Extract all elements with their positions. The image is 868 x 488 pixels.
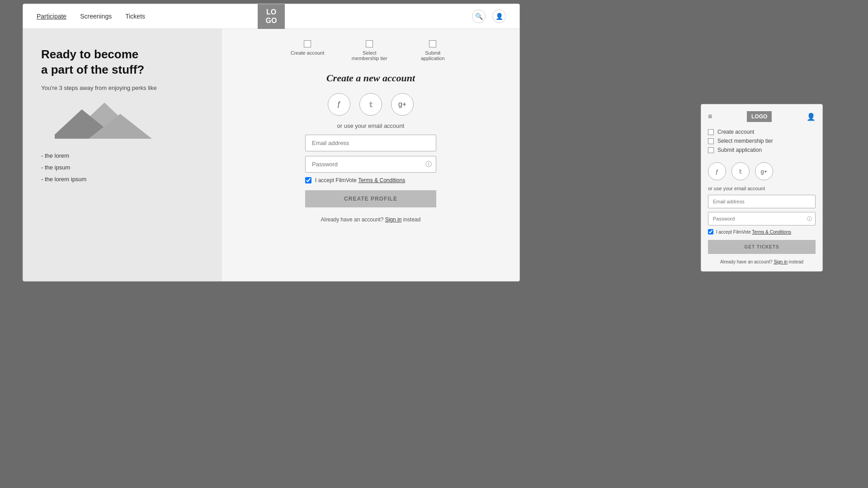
mobile-facebook-icon: ƒ xyxy=(715,168,718,175)
mobile-info-icon: ⓘ xyxy=(807,216,812,222)
nav-participate[interactable]: Participate xyxy=(37,13,66,20)
hamburger-icon[interactable]: ≡ xyxy=(708,113,712,121)
left-heading: Ready to becomea part of the stuff? xyxy=(41,47,204,78)
signin-text: Already have an account? Sign in instead xyxy=(321,216,421,223)
mobile-googleplus-button[interactable]: g+ xyxy=(755,162,773,180)
twitter-button[interactable]: 𝕥 xyxy=(359,93,382,116)
mobile-email-group xyxy=(708,195,816,208)
left-panel: Ready to becomea part of the stuff? You'… xyxy=(23,29,222,281)
terms-link[interactable]: Terms & Conditions xyxy=(358,177,405,183)
perks-list: - the lorem - the ipsum - the lorem ipsu… xyxy=(41,150,204,185)
mobile-step-2-checkbox[interactable] xyxy=(708,138,714,144)
mobile-logo: LOGO xyxy=(747,111,772,122)
twitter-icon: 𝕥 xyxy=(369,100,373,109)
mobile-googleplus-icon: g+ xyxy=(761,168,768,175)
mobile-signin-text: Already have an account? Sign in instead xyxy=(708,259,816,264)
form-heading: Create a new account xyxy=(326,72,415,84)
step-1-label: Create account xyxy=(291,50,325,56)
mobile-email-input[interactable] xyxy=(708,195,816,208)
mobile-user-icon[interactable]: 👤 xyxy=(807,113,816,121)
mobile-signin-link[interactable]: Sign in xyxy=(774,259,788,264)
mobile-terms-row: I accept FilmVote Terms & Conditions xyxy=(708,229,816,235)
password-group: ⓘ xyxy=(305,156,436,173)
mobile-step-3: Submit application xyxy=(708,147,816,153)
mobile-twitter-icon: 𝕥 xyxy=(739,168,742,175)
terms-row: I accept FilmVote Terms & Conditions xyxy=(305,177,436,183)
perk-2: - the ipsum xyxy=(41,162,204,174)
mobile-step-3-label: Submit application xyxy=(717,147,762,153)
googleplus-icon: g+ xyxy=(398,100,406,108)
facebook-button[interactable]: ƒ xyxy=(328,93,350,116)
perk-1: - the lorem xyxy=(41,150,204,162)
step-2: Select membership tier xyxy=(351,40,387,61)
mobile-terms-link[interactable]: Terms & Conditions xyxy=(752,230,791,235)
perk-3: - the lorem ipsum xyxy=(41,174,204,185)
mobile-password-group: ⓘ xyxy=(708,212,816,225)
left-subtext: You're 3 steps away from enjoying perks … xyxy=(41,84,204,91)
user-icon: 👤 xyxy=(495,13,503,20)
mobile-terms-checkbox[interactable] xyxy=(708,229,713,235)
logo: LOGO xyxy=(258,4,285,29)
content-area: Ready to becomea part of the stuff? You'… xyxy=(23,29,519,281)
or-text: or use your email account xyxy=(337,122,405,129)
social-buttons: ƒ 𝕥 g+ xyxy=(328,93,414,116)
mobile-facebook-button[interactable]: ƒ xyxy=(708,162,726,180)
mobile-submit-button[interactable]: GET TICKETS xyxy=(708,240,816,254)
mobile-social-buttons: ƒ 𝕥 g+ xyxy=(708,162,816,180)
step-1-checkbox[interactable] xyxy=(304,40,311,47)
mobile-navbar: ≡ LOGO 👤 xyxy=(708,111,816,122)
mobile-step-1-label: Create account xyxy=(717,129,754,135)
main-browser-window: Participate Screenings Tickets LOGO 🔍 👤 … xyxy=(23,4,520,282)
mobile-terms-text: I accept FilmVote Terms & Conditions xyxy=(716,230,791,235)
mobile-or-text: or use your email account xyxy=(708,186,816,191)
user-button[interactable]: 👤 xyxy=(492,9,506,23)
search-button[interactable]: 🔍 xyxy=(472,9,486,23)
mobile-step-1-checkbox[interactable] xyxy=(708,129,714,135)
right-panel: Create account Select membership tier Su… xyxy=(222,29,519,281)
mobile-password-input[interactable] xyxy=(708,212,816,225)
email-group xyxy=(305,135,436,151)
nav-tickets[interactable]: Tickets xyxy=(125,13,145,20)
terms-checkbox[interactable] xyxy=(305,177,311,183)
navbar: Participate Screenings Tickets LOGO 🔍 👤 xyxy=(23,4,519,29)
mobile-window: ≡ LOGO 👤 Create account Select membershi… xyxy=(701,104,823,272)
step-2-label: Select membership tier xyxy=(351,50,387,61)
mountain-illustration xyxy=(55,100,204,141)
step-indicator: Create account Select membership tier Su… xyxy=(291,40,451,61)
step-1: Create account xyxy=(291,40,325,56)
terms-text: I accept FilmVote Terms & Conditions xyxy=(315,177,405,183)
email-input[interactable] xyxy=(305,135,436,151)
mobile-step-list: Create account Select membership tier Su… xyxy=(708,129,816,153)
nav-screenings[interactable]: Screenings xyxy=(80,13,112,20)
password-input[interactable] xyxy=(305,156,436,173)
step-2-checkbox[interactable] xyxy=(366,40,373,47)
mobile-step-3-checkbox[interactable] xyxy=(708,147,714,153)
nav-links: Participate Screenings Tickets xyxy=(37,13,145,20)
step-3-checkbox[interactable] xyxy=(429,40,436,47)
googleplus-button[interactable]: g+ xyxy=(391,93,414,116)
mobile-twitter-button[interactable]: 𝕥 xyxy=(731,162,750,180)
mobile-step-2: Select membership tier xyxy=(708,138,816,144)
step-3: Submit application xyxy=(415,40,451,61)
search-icon: 🔍 xyxy=(475,13,483,20)
facebook-icon: ƒ xyxy=(337,100,341,108)
mobile-step-1: Create account xyxy=(708,129,816,135)
mobile-step-2-label: Select membership tier xyxy=(717,138,773,144)
info-icon: ⓘ xyxy=(425,160,432,169)
create-profile-button[interactable]: CREATE PROFILE xyxy=(305,190,436,207)
nav-icons: 🔍 👤 xyxy=(472,9,506,23)
signin-link[interactable]: Sign in xyxy=(385,216,402,223)
step-3-label: Submit application xyxy=(415,50,451,61)
